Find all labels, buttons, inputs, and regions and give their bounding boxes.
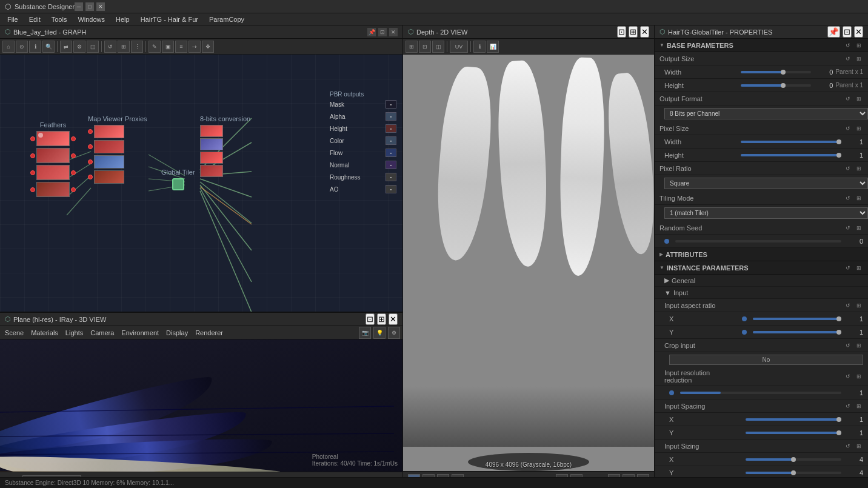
input-aspect-link-btn[interactable]: ↺ [844, 301, 852, 310]
base-parameters-header[interactable]: ▼ BASE PARAMETERS ↺ ⊞ [655, 39, 868, 52]
view2d-float-btn[interactable]: ⊞ [629, 26, 638, 38]
view3d-float-btn[interactable]: ⊞ [377, 313, 386, 325]
pixel-size-height-slider[interactable] [741, 154, 841, 156]
attributes-header[interactable]: ▶ ATTRIBUTES [655, 248, 868, 261]
menu-hairtg[interactable]: HairTG - Hair & Fur [136, 15, 203, 24]
random-seed-slider[interactable] [675, 240, 841, 242]
pixel-size-expand-btn[interactable]: ⊞ [855, 124, 863, 133]
close-button[interactable]: ✕ [96, 2, 105, 11]
menu-renderer[interactable]: Renderer [193, 328, 225, 338]
graph-content[interactable]: Feathers [0, 55, 402, 312]
input-aspect-expand-btn[interactable]: ⊞ [855, 301, 863, 310]
view3d-settings-btn[interactable]: ⚙ [388, 327, 400, 339]
pixel-size-link-btn[interactable]: ↺ [844, 124, 852, 133]
view2d-graph-btn[interactable]: 📊 [487, 41, 499, 53]
tb-align-btn[interactable]: ≡ [175, 41, 187, 53]
tb-center-btn[interactable]: ⊙ [16, 41, 28, 53]
input-spacing-y-slider[interactable] [746, 432, 841, 434]
input-sizing-y-slider[interactable] [746, 472, 841, 474]
output-format-select[interactable]: 8 Bits per Channel [664, 108, 868, 119]
menu-edit[interactable]: Edit [24, 15, 45, 24]
output-size-expand-btn[interactable]: ⊞ [855, 55, 863, 63]
input-sizing-x-slider[interactable] [746, 458, 841, 461]
output-format-link-btn[interactable]: ↺ [844, 95, 852, 103]
tb-comment-btn[interactable]: ✎ [149, 41, 161, 53]
menu-scene[interactable]: Scene [2, 328, 26, 338]
graph-pin-button[interactable]: 📌 [367, 28, 376, 36]
general-subsection[interactable]: ▶ General [655, 275, 868, 287]
menu-camera[interactable]: Camera [88, 328, 116, 338]
maximize-button[interactable]: □ [85, 2, 94, 11]
tb-arrange-btn[interactable]: ❖ [202, 41, 214, 53]
view2d-content[interactable]: 4096 x 4096 (Grayscale, 16bpc) [403, 55, 654, 471]
tb-zoom-btn[interactable]: 🔍 [42, 41, 55, 53]
tb-frame-btn[interactable]: ▣ [162, 41, 174, 53]
view3d-close-btn[interactable]: ✕ [389, 313, 398, 325]
base-params-action-2[interactable]: ⊞ [855, 41, 863, 50]
menu-materials[interactable]: Materials [28, 328, 61, 338]
pixel-ratio-expand-btn[interactable]: ⊞ [855, 164, 863, 173]
tb-view-btn[interactable]: ◫ [87, 41, 99, 53]
tb-param-btn[interactable]: ⚙ [73, 41, 85, 53]
output-size-link-btn[interactable]: ↺ [844, 55, 852, 63]
view3d-light-btn[interactable]: 💡 [373, 327, 386, 339]
view2d-info-btn[interactable]: ℹ [473, 41, 486, 53]
minimize-button[interactable]: ─ [75, 2, 83, 11]
tb-move-btn[interactable]: ⇢ [189, 41, 201, 53]
tb-grid-btn[interactable]: ⊞ [118, 41, 130, 53]
tiling-mode-select[interactable]: 1 (match Tiler) [664, 207, 868, 219]
view2d-close-btn[interactable]: ✕ [640, 26, 649, 38]
pixel-ratio-link-btn[interactable]: ↺ [844, 164, 852, 173]
crop-input-link-btn[interactable]: ↺ [844, 341, 852, 350]
crop-input-no-btn[interactable]: No [669, 355, 863, 365]
input-res-expand-btn[interactable]: ⊞ [855, 372, 863, 381]
view2d-zoom-btn[interactable]: ⊡ [419, 41, 431, 53]
view2d-uv-btn[interactable]: UV [450, 41, 468, 53]
input-spacing-expand-btn[interactable]: ⊞ [855, 402, 863, 410]
instance-params-action-2[interactable]: ⊞ [855, 264, 863, 272]
tb-snap-btn[interactable]: ⋮ [131, 41, 143, 53]
tb-rotate-btn[interactable]: ↺ [104, 41, 116, 53]
output-format-expand-btn[interactable]: ⊞ [855, 95, 863, 103]
input-spacing-x-slider[interactable] [746, 418, 841, 421]
menu-paramcopy[interactable]: ParamCopy [204, 15, 249, 24]
input-res-slider[interactable] [680, 392, 841, 394]
menu-file[interactable]: File [2, 15, 23, 24]
menu-tools[interactable]: Tools [47, 15, 72, 24]
input-subsection[interactable]: ▼ Input [655, 287, 868, 299]
graph-expand-button[interactable]: ⊡ [378, 28, 387, 36]
tb-info-btn[interactable]: ℹ [29, 41, 41, 53]
tiling-mode-expand-btn[interactable]: ⊞ [855, 194, 863, 202]
instance-params-action-1[interactable]: ↺ [844, 264, 852, 272]
random-seed-expand-btn[interactable]: ⊞ [855, 224, 863, 232]
menu-display[interactable]: Display [164, 328, 190, 338]
props-expand-btn[interactable]: ⊡ [843, 26, 852, 38]
menu-windows[interactable]: Windows [73, 15, 110, 24]
output-size-width-slider[interactable] [741, 71, 811, 73]
base-params-action-1[interactable]: ↺ [844, 41, 852, 50]
pixel-size-width-slider[interactable] [741, 141, 841, 143]
output-size-height-slider[interactable] [741, 84, 811, 87]
tb-link-btn[interactable]: ⇄ [60, 41, 72, 53]
input-spacing-link-btn[interactable]: ↺ [844, 402, 852, 410]
instance-params-header[interactable]: ▼ INSTANCE PARAMETERS ↺ ⊞ [655, 261, 868, 275]
input-res-link-btn[interactable]: ↺ [844, 372, 852, 381]
graph-close-button[interactable]: ✕ [389, 28, 398, 36]
input-sizing-link-btn[interactable]: ↺ [844, 442, 852, 450]
view3d-expand-btn[interactable]: ⊡ [366, 313, 375, 325]
input-sizing-expand-btn[interactable]: ⊞ [855, 442, 863, 450]
crop-input-expand-btn[interactable]: ⊞ [855, 341, 863, 350]
input-aspect-x-slider[interactable] [753, 318, 841, 320]
menu-lights[interactable]: Lights [63, 328, 85, 338]
tiling-mode-link-btn[interactable]: ↺ [844, 194, 852, 202]
menu-environment[interactable]: Environment [119, 328, 161, 338]
random-seed-link-btn[interactable]: ↺ [844, 224, 852, 232]
menu-help[interactable]: Help [111, 15, 135, 24]
tb-home-btn[interactable]: ⌂ [2, 41, 15, 53]
view2d-expand-btn[interactable]: ⊡ [617, 26, 626, 38]
view3d-content[interactable]: Photoreal Iterations: 40/40 Time: 1s/1mU… [0, 339, 402, 472]
props-pin-btn[interactable]: 📌 [827, 26, 840, 38]
view2d-channel-btn[interactable]: ◫ [432, 41, 444, 53]
pixel-ratio-select[interactable]: Square [664, 178, 868, 189]
input-aspect-y-slider[interactable] [753, 331, 841, 333]
